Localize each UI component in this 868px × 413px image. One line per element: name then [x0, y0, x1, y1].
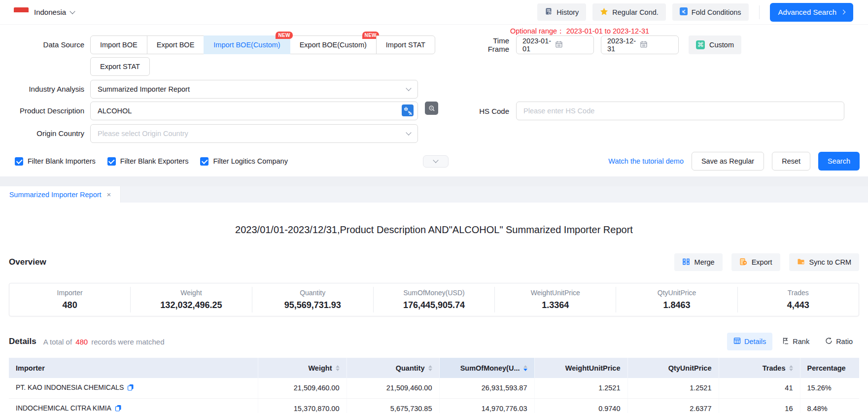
regular-cond-button[interactable]: Regular Cond. — [592, 3, 666, 21]
chevron-down-icon — [433, 157, 438, 163]
col-weight-unit-price[interactable]: WeightUnitPrice — [534, 358, 627, 378]
stat-qty-unit-price: QtyUnitPrice 1.8463 — [616, 287, 737, 312]
overview-heading: Overview — [9, 257, 46, 267]
tab-export-boe-custom[interactable]: Export BOE(Custom) NEW — [290, 35, 377, 54]
export-icon — [739, 258, 747, 267]
cell-qty-unit-price: 1.2521 — [627, 378, 719, 398]
tab-export-boe[interactable]: Export BOE — [147, 35, 205, 54]
save-as-regular-button[interactable]: Save as Regular — [692, 152, 764, 171]
history-button[interactable]: History — [537, 3, 586, 21]
tab-export-stat[interactable]: Export STAT — [90, 57, 150, 76]
cell-trades: 41 — [719, 378, 800, 398]
toggle-details[interactable]: Details — [727, 333, 772, 350]
close-icon[interactable]: × — [107, 190, 111, 199]
tab-import-boe[interactable]: Import BOE — [90, 35, 147, 54]
sync-to-crm-button[interactable]: Sync to CRM — [789, 253, 859, 271]
filter-blank-importers-checkbox[interactable]: Filter Blank Importers — [15, 157, 96, 166]
sort-icon[interactable] — [428, 365, 432, 371]
stat-label: SumOfMoney(USD) — [374, 289, 494, 297]
merge-button[interactable]: Merge — [674, 253, 723, 271]
importer-name-link[interactable]: PT. KAO INDONESIA CHEMICALS — [16, 383, 124, 391]
copy-icon[interactable] — [115, 405, 122, 413]
stat-sum-of-money: SumOfMoney(USD) 176,445,905.74 — [373, 287, 494, 312]
cell-quantity: 21,509,460.00 — [347, 378, 439, 398]
details-header-row: Details A total of480records were matche… — [9, 333, 859, 350]
col-quantity-label: Quantity — [396, 364, 425, 372]
match-suffix: records were matched — [91, 338, 164, 346]
stat-value: 1.3364 — [495, 300, 616, 310]
filters-actions-row: Filter Blank Importers Filter Blank Expo… — [0, 152, 868, 171]
tab-import-stat[interactable]: Import STAT — [376, 35, 435, 54]
stat-value: 95,569,731.93 — [252, 300, 373, 310]
cell-weight-unit-price: 1.2521 — [534, 378, 627, 398]
toggle-rank-label: Rank — [793, 338, 809, 345]
chevron-down-icon — [406, 85, 411, 91]
folder-sync-icon — [797, 258, 805, 267]
topbar-divider — [759, 5, 760, 19]
cell-sum: 14,970,776.03 — [439, 398, 534, 413]
product-label: Product Description — [0, 102, 84, 120]
translate-icon[interactable]: A — [402, 104, 414, 118]
table-row: PT. KAO INDONESIA CHEMICALS 21,509,460.0… — [9, 378, 859, 398]
indonesia-flag-icon — [14, 7, 29, 17]
sort-icon-active-desc[interactable] — [523, 365, 527, 371]
date-from-input[interactable]: 2023-01-01 — [516, 35, 594, 54]
importer-name-link[interactable]: INDOCHEMICAL CITRA KIMIA — [16, 404, 111, 412]
stat-label: Importer — [9, 289, 130, 297]
result-tabstrip: Summarized Importer Report × — [0, 186, 868, 203]
col-percentage[interactable]: Percentage — [800, 358, 859, 378]
date-to-value: 2023-12-31 — [607, 37, 640, 53]
industry-label: Industry Analysis — [0, 80, 84, 99]
col-sum-of-money[interactable]: SumOfMoney(U... — [439, 358, 534, 378]
data-source-tabs: Import BOE Export BOE Import BOE(Custom)… — [90, 35, 435, 54]
filter-blank-exporters-checkbox[interactable]: Filter Blank Exporters — [107, 157, 189, 166]
reset-button[interactable]: Reset — [772, 152, 810, 171]
history-label: History — [556, 8, 579, 16]
col-quantity[interactable]: Quantity — [347, 358, 439, 378]
result-tab-label: Summarized Importer Report — [9, 191, 102, 199]
new-badge: NEW — [276, 32, 292, 39]
table-grid-icon — [733, 337, 741, 346]
fold-conditions-button[interactable]: Fold Conditions — [672, 3, 749, 21]
search-button[interactable]: Search — [818, 152, 860, 171]
col-importer[interactable]: Importer — [9, 358, 258, 378]
toggle-rank[interactable]: Rank — [775, 333, 816, 350]
country-selector-label[interactable]: Indonesia — [34, 8, 66, 16]
origin-select[interactable]: Please select Origin Country — [90, 124, 418, 143]
stat-value: 480 — [9, 300, 130, 310]
industry-select[interactable]: Summarized Importer Report — [90, 80, 418, 99]
rank-flag-icon — [782, 337, 789, 346]
date-to-input[interactable]: 2023-12-31 — [601, 35, 679, 54]
merge-label: Merge — [694, 258, 715, 266]
data-source-row-2: Export STAT — [0, 57, 868, 76]
custom-range-button[interactable]: ⌘ Custom — [689, 35, 741, 54]
details-table: Importer Weight Quantity SumOfMoney(U...… — [9, 358, 859, 413]
col-trades[interactable]: Trades — [719, 358, 800, 378]
overview-stats: Importer 480 Weight 132,032,496.25 Quant… — [9, 283, 859, 316]
collapse-conditions-button[interactable] — [423, 155, 449, 168]
sort-icon[interactable] — [789, 365, 793, 371]
advanced-search-button[interactable]: Advanced Search — [770, 3, 853, 22]
fuzzy-search-icon[interactable] — [425, 102, 438, 115]
hs-code-input[interactable] — [516, 102, 844, 120]
tab-export-boe-custom-label: Export BOE(Custom) — [300, 41, 367, 49]
cell-trades: 16 — [719, 398, 800, 413]
tutorial-link[interactable]: Watch the tutorial demo — [608, 157, 684, 165]
col-qty-unit-price[interactable]: QtyUnitPrice — [627, 358, 719, 378]
chevron-down-icon[interactable] — [69, 8, 75, 14]
chevron-right-icon — [841, 10, 846, 15]
custom-label: Custom — [709, 41, 734, 49]
cell-percentage: 8.48% — [800, 398, 859, 413]
sort-icon[interactable] — [336, 365, 340, 371]
stat-importer: Importer 480 — [9, 287, 130, 312]
tab-import-boe-custom[interactable]: Import BOE(Custom) NEW — [204, 35, 290, 54]
copy-icon[interactable] — [127, 384, 134, 392]
product-input[interactable] — [98, 107, 402, 115]
col-weight[interactable]: Weight — [258, 358, 347, 378]
col-sum-label: SumOfMoney(U... — [460, 364, 520, 372]
export-button[interactable]: Export — [731, 253, 780, 271]
result-tab-summarized-importer-report[interactable]: Summarized Importer Report × — [0, 186, 121, 203]
filter-logitics-company-checkbox[interactable]: Filter Logitics Company — [200, 157, 288, 166]
toggle-ratio[interactable]: Ratio — [819, 333, 859, 350]
optional-range-hint: Optional range： 2023-01-01 to 2023-12-31 — [510, 27, 649, 36]
